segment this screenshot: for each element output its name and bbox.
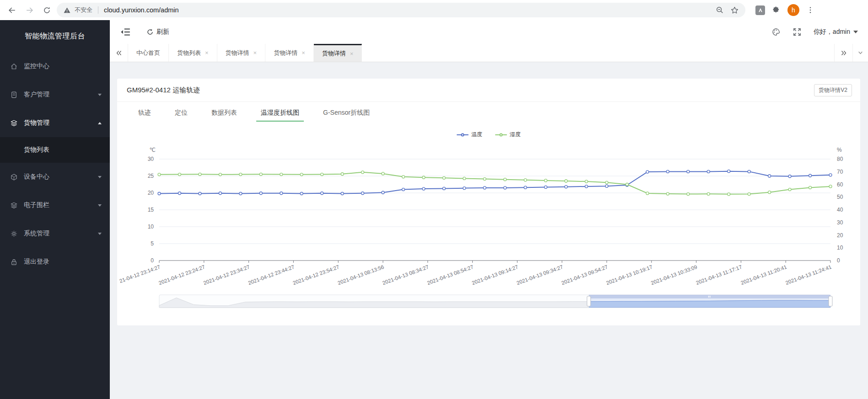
tab-close-icon[interactable]: × [253,50,257,56]
warning-icon [63,6,71,14]
stack-icon [10,202,18,209]
cargo-detail-v2-button[interactable]: 货物详情V2 [814,84,852,96]
pdf-extension-icon[interactable] [755,5,765,15]
extensions-puzzle-icon[interactable] [772,6,781,15]
svg-text:50: 50 [837,194,843,200]
svg-text:20: 20 [148,190,154,196]
series-temperature[interactable] [158,170,832,195]
series-humidity[interactable] [158,171,832,196]
document-icon [10,91,18,99]
cube-icon [10,173,18,181]
zoom-out-icon[interactable] [716,6,724,14]
sidebar-item-monitor-center[interactable]: 监控中心 [0,52,110,80]
legend-line-marker-icon [495,132,507,138]
y-axis-left: 051015202530℃ [148,147,156,264]
tab-label: 货物列表 [177,49,201,57]
tabs-dropdown-button[interactable] [852,44,868,62]
svg-text:2021-04-13 10:33:09: 2021-04-13 10:33:09 [650,264,698,286]
app-title: 智能物流管理后台 [0,20,110,52]
fullscreen-icon[interactable] [793,27,802,37]
tabs-scroll-right-button[interactable] [834,44,852,62]
tab-close-icon[interactable]: × [205,50,209,56]
subtab-data-list[interactable]: 数据列表 [199,102,249,123]
bookmark-star-icon[interactable] [730,6,739,15]
tab-cargo-detail-active[interactable]: 货物详情 × [314,44,362,62]
tab-close-icon[interactable]: × [302,50,305,56]
sidebar-item-system-management[interactable]: 系统管理 [0,219,110,248]
svg-text:2021-04-12 23:44:27: 2021-04-12 23:44:27 [248,264,295,286]
back-icon [8,6,16,15]
sidebar-item-electronic-fence[interactable]: 电子围栏 [0,191,110,219]
tab-cargo-list[interactable]: 货物列表 × [169,44,217,62]
svg-text:2021-04-12 23:54:27: 2021-04-12 23:54:27 [292,264,340,286]
topbar: 刷新 你好，admin [110,20,868,44]
tab-cargo-detail-2[interactable]: 货物详情 × [265,44,314,62]
svg-text:30: 30 [148,156,154,162]
browser-forward-button[interactable] [22,3,37,17]
subtab-track[interactable]: 轨迹 [126,102,163,123]
sidebar-item-device-center[interactable]: 设备中心 [0,163,110,191]
svg-text:0: 0 [151,257,154,264]
sidebar-item-logout[interactable]: 退出登录 [0,248,110,276]
svg-text:0: 0 [837,257,840,264]
legend-item-temperature[interactable]: 温度 [457,131,482,138]
svg-text:2021-04-13 11:24:41: 2021-04-13 11:24:41 [785,264,832,286]
legend-item-humidity[interactable]: 湿度 [495,131,521,138]
tab-cargo-detail-1[interactable]: 货物详情 × [217,44,266,62]
tab-label: 货物详情 [274,49,297,57]
datazoom-slider[interactable] [159,295,832,308]
datazoom-left-handle[interactable] [587,296,591,306]
tabs-scroll-left-button[interactable] [110,44,128,62]
user-menu[interactable]: 你好，admin [814,28,858,36]
chevron-down-icon [853,31,858,33]
svg-text:%: % [837,147,842,153]
layers-icon [10,119,18,127]
tab-home[interactable]: 中心首页 [128,44,169,62]
sidebar: 智能物流管理后台 监控中心 客户管理 货物管理 货物列表 设备中心 电子围栏 [0,20,110,399]
refresh-page-button[interactable]: 刷新 [146,28,169,36]
sidebar-item-label: 货物管理 [24,119,49,127]
collapse-sidebar-icon[interactable] [120,27,131,37]
refresh-icon [146,28,154,36]
double-chevron-left-icon [116,50,122,56]
browser-profile-avatar[interactable]: h [787,4,799,16]
svg-text:2021-04-12 23:24:27: 2021-04-12 23:24:27 [158,264,205,286]
sidebar-item-label: 监控中心 [24,62,49,70]
subtab-gsensor-chart[interactable]: G-Sensor折线图 [311,102,382,123]
sidebar-item-cargo-management[interactable]: 货物管理 [0,109,110,137]
svg-text:2021-04-13 09:54:27: 2021-04-13 09:54:27 [561,264,608,286]
sidebar-subitem-cargo-list[interactable]: 货物列表 [0,137,110,163]
subtab-temp-humidity-chart[interactable]: 温湿度折线图 [249,102,311,123]
tab-label: 货物详情 [226,49,249,57]
user-greeting: 你好，admin [814,28,850,36]
gear-icon [10,230,18,238]
subtab-location[interactable]: 定位 [163,102,199,123]
svg-text:2021-04-13 11:20:41: 2021-04-13 11:20:41 [740,264,787,286]
svg-text:30: 30 [837,219,843,226]
tab-close-icon[interactable]: × [350,51,354,57]
address-bar[interactable]: 不安全 cloud.yunxion.com/admin [57,3,745,17]
browser-menu-kebab-icon[interactable] [806,6,814,14]
subtab-label: 定位 [175,109,188,117]
datazoom-right-handle[interactable] [829,296,832,306]
tab-label: 货物详情 [322,49,346,58]
sidebar-item-label: 电子围栏 [24,201,49,209]
sidebar-item-label: 退出登录 [24,258,49,266]
chart-svg[interactable]: 051015202530℃01020304050607080%21-04-12 … [117,123,860,320]
cargo-track-card: GM95#2-0412 运输轨迹 货物详情V2 轨迹 定位 数据列表 温湿度折线… [117,79,860,325]
sidebar-item-label: 设备中心 [24,173,49,181]
home-icon [10,63,18,70]
legend-label: 温度 [471,131,482,138]
sidebar-item-customer-management[interactable]: 客户管理 [0,80,110,109]
x-axis: 21-04-12 23:14:272021-04-12 23:24:272021… [119,261,832,286]
svg-text:80: 80 [837,156,843,162]
svg-text:25: 25 [148,173,154,179]
browser-refresh-button[interactable] [39,3,54,17]
tab-label: 中心首页 [136,49,160,57]
theme-palette-icon[interactable] [771,27,781,37]
browser-back-button[interactable] [5,3,19,17]
temp-humidity-chart[interactable]: 温度 湿度 051015202530℃01020304050607080%21-… [117,123,860,320]
subtab-label: 温湿度折线图 [261,109,299,117]
legend-label: 湿度 [510,131,521,138]
svg-text:15: 15 [148,207,154,213]
